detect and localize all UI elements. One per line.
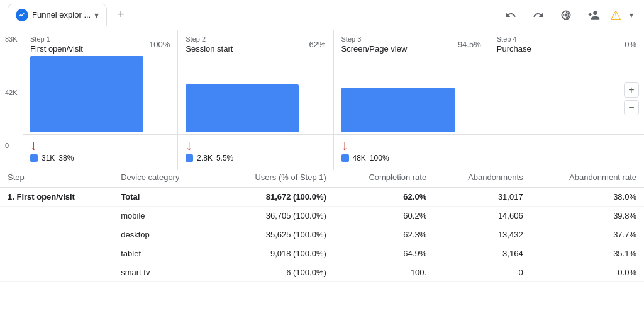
tab-icon bbox=[16, 9, 28, 21]
cell-step bbox=[0, 244, 113, 263]
col-header-abandonments: Abandonments bbox=[434, 168, 530, 188]
data-table-wrap: Step Device category Users (% of Step 1)… bbox=[0, 168, 644, 316]
cell-device: desktop bbox=[113, 225, 214, 244]
drop-arrow-1: ↓ bbox=[186, 139, 233, 152]
drop-pct-1: 5.5% bbox=[216, 154, 233, 162]
warning-chevron-button[interactable]: ▾ bbox=[626, 4, 636, 26]
chevron-down-icon: ▾ bbox=[630, 11, 633, 20]
table-row: mobile 36,705 (100.0%) 60.2% 14,606 39.8… bbox=[0, 207, 644, 225]
cell-abandonment-rate: 35.1% bbox=[531, 244, 644, 263]
zoom-in-button[interactable]: + bbox=[624, 82, 639, 98]
col-header-device: Device category bbox=[113, 168, 214, 188]
zoom-out-button[interactable]: − bbox=[624, 100, 639, 115]
bar-container-2 bbox=[341, 56, 481, 134]
cell-abandonments: 0 bbox=[434, 263, 530, 282]
drop-badge-0 bbox=[30, 154, 38, 162]
add-tab-button[interactable]: + bbox=[111, 5, 131, 25]
bar-1 bbox=[186, 84, 299, 132]
col-header-abandonment-rate: Abandonment rate bbox=[531, 168, 644, 188]
drop-badge-1 bbox=[186, 154, 193, 162]
bar-0 bbox=[30, 56, 143, 132]
col-header-completion: Completion rate bbox=[334, 168, 434, 188]
step-name-3: Purchase bbox=[497, 44, 531, 54]
drop-info-0: 31K 38% bbox=[30, 154, 74, 162]
cell-completion: 62.3% bbox=[334, 225, 434, 244]
share-button[interactable] bbox=[555, 4, 577, 26]
cell-users: 6 (100.0%) bbox=[215, 263, 334, 282]
bar-container-3 bbox=[497, 56, 636, 134]
add-user-button[interactable] bbox=[582, 4, 605, 26]
drop-pct-0: 38% bbox=[58, 154, 74, 162]
warning-icon: ⚠ bbox=[610, 8, 621, 23]
cell-abandonments: 3,164 bbox=[434, 244, 530, 263]
chart-col-2: Step 3 Screen/Page view 94.5% bbox=[334, 30, 489, 134]
step-label-0: Step 1 bbox=[30, 35, 83, 43]
drop-area-0: ↓ 31K 38% bbox=[23, 135, 178, 170]
drop-value-2: 48K bbox=[353, 154, 366, 162]
y-axis-top: 83K bbox=[5, 35, 20, 43]
tab-title: Funnel explor ... bbox=[32, 10, 91, 20]
drop-arrow-0: ↓ bbox=[30, 139, 74, 152]
zoom-controls: + − bbox=[624, 82, 639, 115]
drop-row: ↓ 31K 38% ↓ 2.8K 5.5% bbox=[23, 134, 644, 167]
chart-section: 83K 42K 0 Step 1 First open/visit 100% bbox=[0, 30, 644, 168]
cell-abandonments: 13,432 bbox=[434, 225, 530, 244]
step-name-1: Session start bbox=[186, 44, 233, 54]
table-row: tablet 9,018 (100.0%) 64.9% 3,164 35.1% bbox=[0, 244, 644, 263]
cell-abandonment-rate: 39.8% bbox=[531, 207, 644, 225]
bars-row: Step 1 First open/visit 100% Step 2 Sess… bbox=[23, 30, 644, 134]
step-name-2: Screen/Page view bbox=[341, 44, 408, 54]
chevron-down-icon[interactable]: ▾ bbox=[94, 10, 99, 20]
y-axis-bottom: 0 bbox=[5, 142, 20, 149]
redo-button[interactable] bbox=[527, 4, 550, 26]
bar-container-1 bbox=[186, 56, 325, 134]
step-pct-0: 100% bbox=[149, 40, 170, 49]
step-pct-3: 0% bbox=[625, 40, 636, 49]
active-tab[interactable]: Funnel explor ... ▾ bbox=[8, 4, 107, 26]
cell-step bbox=[0, 207, 113, 225]
table-row: smart tv 6 (100.0%) 100. 0 0.0% bbox=[0, 263, 644, 282]
drop-info-2: 48K 100% bbox=[341, 154, 389, 162]
cell-completion: 64.9% bbox=[334, 244, 434, 263]
step-label-1: Step 2 bbox=[186, 35, 233, 43]
drop-value-0: 31K bbox=[42, 154, 55, 162]
drop-badge-2 bbox=[341, 154, 349, 162]
step-pct-1: 62% bbox=[309, 40, 325, 49]
table-row: desktop 35,625 (100.0%) 62.3% 13,432 37.… bbox=[0, 225, 644, 244]
cell-abandonment-rate: 37.7% bbox=[531, 225, 644, 244]
cell-users: 81,672 (100.0%) bbox=[215, 188, 334, 207]
drop-info-1: 2.8K 5.5% bbox=[186, 154, 233, 162]
drop-area-3 bbox=[489, 135, 644, 170]
cell-device: Total bbox=[113, 188, 214, 207]
cell-completion: 60.2% bbox=[334, 207, 434, 225]
cell-users: 9,018 (100.0%) bbox=[215, 244, 334, 263]
bar-2 bbox=[341, 88, 455, 132]
table-header-row: Step Device category Users (% of Step 1)… bbox=[0, 168, 644, 188]
step-label-3: Step 4 bbox=[497, 35, 531, 43]
cell-abandonment-rate: 0.0% bbox=[531, 263, 644, 282]
cell-abandonment-rate: 38.0% bbox=[531, 188, 644, 207]
drop-area-1: ↓ 2.8K 5.5% bbox=[178, 135, 333, 170]
cell-completion: 100. bbox=[334, 263, 434, 282]
cell-users: 36,705 (100.0%) bbox=[215, 207, 334, 225]
cell-device: tablet bbox=[113, 244, 214, 263]
drop-area-2: ↓ 48K 100% bbox=[334, 135, 489, 170]
drop-pct-2: 100% bbox=[370, 154, 389, 162]
bar-container-0 bbox=[30, 56, 170, 134]
chart-col-1: Step 2 Session start 62% bbox=[178, 30, 333, 134]
topbar: Funnel explor ... ▾ + ⚠ ▾ bbox=[0, 0, 644, 30]
undo-button[interactable] bbox=[499, 4, 522, 26]
topbar-right: ⚠ ▾ bbox=[499, 4, 636, 26]
cell-device: mobile bbox=[113, 207, 214, 225]
step-label-2: Step 3 bbox=[341, 35, 408, 43]
chart-col-0: Step 1 First open/visit 100% bbox=[23, 30, 178, 134]
chart-col-3: Step 4 Purchase 0% bbox=[489, 30, 644, 134]
drop-arrow-2: ↓ bbox=[341, 139, 389, 152]
step-name-0: First open/visit bbox=[30, 44, 83, 54]
cell-completion: 62.0% bbox=[334, 188, 434, 207]
cell-step bbox=[0, 263, 113, 282]
col-header-users: Users (% of Step 1) bbox=[215, 168, 334, 188]
cell-device: smart tv bbox=[113, 263, 214, 282]
cell-abandonments: 14,606 bbox=[434, 207, 530, 225]
cell-abandonments: 31,017 bbox=[434, 188, 530, 207]
